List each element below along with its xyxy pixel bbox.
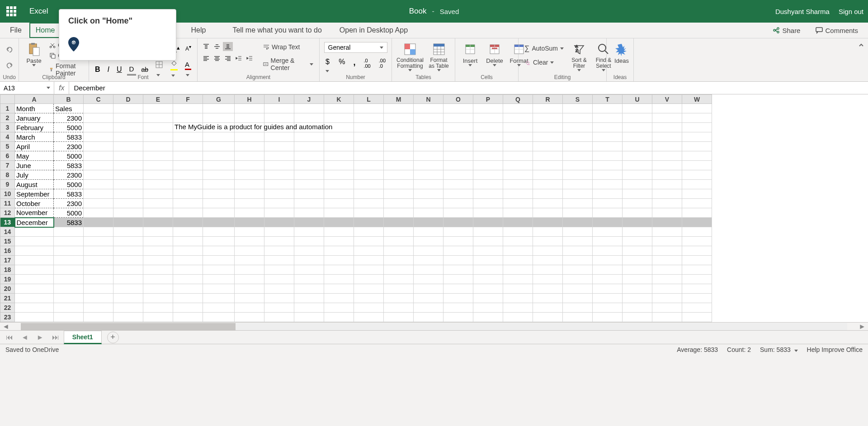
share-button[interactable]: Share bbox=[767, 24, 806, 37]
cell-F3[interactable]: The MyGuide is a product for guides and … bbox=[173, 123, 203, 132]
row-header-1[interactable]: 1 bbox=[0, 104, 15, 113]
col-header-L[interactable]: L bbox=[354, 95, 384, 104]
row-header-23[interactable]: 23 bbox=[0, 313, 15, 322]
sign-out-link[interactable]: Sign out bbox=[839, 8, 863, 15]
name-box[interactable]: A13 bbox=[0, 82, 54, 94]
row-header-18[interactable]: 18 bbox=[0, 265, 15, 275]
col-header-B[interactable]: B bbox=[54, 95, 84, 104]
row-header-10[interactable]: 10 bbox=[0, 189, 15, 199]
delete-button[interactable]: Delete bbox=[483, 40, 506, 68]
row-header-17[interactable]: 17 bbox=[0, 256, 15, 265]
conditional-formatting-button[interactable]: Conditional Formatting bbox=[396, 40, 425, 73]
decrease-indent-button[interactable] bbox=[234, 54, 244, 63]
format-as-table-button[interactable]: Format as Table bbox=[426, 40, 451, 73]
menu-help[interactable]: Help bbox=[185, 23, 211, 37]
currency-button[interactable]: $ bbox=[323, 56, 333, 75]
sort-filter-button[interactable]: AZ Sort & Filter bbox=[568, 40, 590, 73]
row-header-22[interactable]: 22 bbox=[0, 303, 15, 313]
col-header-W[interactable]: W bbox=[682, 95, 712, 104]
col-header-S[interactable]: S bbox=[563, 95, 593, 104]
strikethrough-button[interactable]: ab bbox=[139, 65, 151, 75]
app-launcher-icon[interactable] bbox=[5, 5, 18, 18]
percent-button[interactable]: % bbox=[336, 56, 347, 75]
menu-tell-me[interactable]: Tell me what you want to do bbox=[227, 23, 327, 37]
cell-A6[interactable]: May bbox=[15, 151, 54, 161]
insert-button[interactable]: Insert bbox=[459, 40, 481, 68]
row-header-16[interactable]: 16 bbox=[0, 246, 15, 256]
cell-A10[interactable]: September bbox=[15, 189, 54, 199]
col-header-U[interactable]: U bbox=[623, 95, 652, 104]
cell-B8[interactable]: 2300 bbox=[54, 170, 84, 180]
col-header-D[interactable]: D bbox=[113, 95, 143, 104]
sheet-nav-next[interactable]: ► bbox=[33, 332, 47, 343]
sheet-nav-prev[interactable]: ◄ bbox=[18, 332, 32, 343]
decrease-decimal-button[interactable]: .00.0 bbox=[377, 56, 388, 75]
comments-button[interactable]: Comments bbox=[810, 24, 863, 37]
cell-A9[interactable]: August bbox=[15, 180, 54, 189]
row-header-20[interactable]: 20 bbox=[0, 284, 15, 294]
col-header-E[interactable]: E bbox=[143, 95, 173, 104]
cell-B7[interactable]: 5833 bbox=[54, 161, 84, 170]
cell-B10[interactable]: 5833 bbox=[54, 189, 84, 199]
undo-button[interactable] bbox=[3, 43, 16, 58]
comma-button[interactable]: , bbox=[351, 56, 358, 75]
row-header-8[interactable]: 8 bbox=[0, 170, 15, 180]
row-header-11[interactable]: 11 bbox=[0, 199, 15, 208]
align-left-button[interactable] bbox=[201, 54, 211, 63]
col-header-G[interactable]: G bbox=[203, 95, 235, 104]
decrease-font-button[interactable]: A▾ bbox=[183, 43, 193, 55]
horizontal-scrollbar[interactable]: ◄ ► bbox=[0, 322, 868, 330]
row-header-6[interactable]: 6 bbox=[0, 151, 15, 161]
fx-icon[interactable]: fx bbox=[54, 82, 69, 94]
row-header-3[interactable]: 3 bbox=[0, 123, 15, 132]
select-all-corner[interactable] bbox=[0, 95, 15, 104]
col-header-F[interactable]: F bbox=[173, 95, 203, 104]
increase-indent-button[interactable] bbox=[245, 54, 255, 63]
bold-button[interactable]: B bbox=[93, 64, 103, 75]
row-header-4[interactable]: 4 bbox=[0, 132, 15, 142]
align-top-button[interactable] bbox=[201, 42, 211, 51]
col-header-C[interactable]: C bbox=[84, 95, 113, 104]
cell-A1[interactable]: Month bbox=[15, 104, 54, 113]
autosum-button[interactable]: ∑ AutoSum bbox=[522, 43, 566, 54]
cell-B9[interactable]: 5000 bbox=[54, 180, 84, 189]
cell-B5[interactable]: 2300 bbox=[54, 142, 84, 151]
row-header-14[interactable]: 14 bbox=[0, 227, 15, 237]
help-improve-link[interactable]: Help Improve Office bbox=[807, 346, 863, 353]
menu-file[interactable]: File bbox=[5, 23, 27, 37]
cell-B12[interactable]: 5000 bbox=[54, 208, 84, 218]
paste-button[interactable]: Paste bbox=[23, 40, 45, 68]
col-header-A[interactable]: A bbox=[15, 95, 54, 104]
merge-center-button[interactable]: Merge & Center bbox=[261, 56, 316, 73]
cell-B2[interactable]: 2300 bbox=[54, 113, 84, 123]
row-header-9[interactable]: 9 bbox=[0, 180, 15, 189]
collapse-ribbon-button[interactable] bbox=[854, 38, 868, 81]
cell-B4[interactable]: 5833 bbox=[54, 132, 84, 142]
double-underline-button[interactable]: D bbox=[127, 64, 137, 75]
col-header-K[interactable]: K bbox=[324, 95, 354, 104]
col-header-N[interactable]: N bbox=[414, 95, 443, 104]
increase-decimal-button[interactable]: .0.00 bbox=[361, 56, 373, 75]
align-middle-button[interactable] bbox=[212, 42, 222, 51]
document-name[interactable]: Book bbox=[409, 7, 427, 16]
col-header-O[interactable]: O bbox=[443, 95, 473, 104]
cell-B3[interactable]: 5000 bbox=[54, 123, 84, 132]
clear-button[interactable]: Clear bbox=[522, 57, 566, 67]
col-header-P[interactable]: P bbox=[473, 95, 503, 104]
menu-open-desktop[interactable]: Open in Desktop App bbox=[334, 23, 413, 37]
cell-A2[interactable]: January bbox=[15, 113, 54, 123]
col-header-Q[interactable]: Q bbox=[503, 95, 533, 104]
col-header-T[interactable]: T bbox=[593, 95, 623, 104]
align-center-button[interactable] bbox=[212, 54, 222, 63]
align-right-button[interactable] bbox=[223, 54, 233, 63]
col-header-M[interactable]: M bbox=[384, 95, 414, 104]
number-format-dropdown[interactable]: General bbox=[324, 42, 387, 53]
italic-button[interactable]: I bbox=[105, 64, 112, 75]
cell-A4[interactable]: March bbox=[15, 132, 54, 142]
cell-B11[interactable]: 2300 bbox=[54, 199, 84, 208]
redo-button[interactable] bbox=[3, 59, 16, 74]
spreadsheet-grid[interactable]: A B C D E F G H I J K L M N O P Q R S T … bbox=[0, 94, 868, 322]
col-header-H[interactable]: H bbox=[235, 95, 264, 104]
cell-A11[interactable]: October bbox=[15, 199, 54, 208]
sheet-nav-first[interactable]: ⏮ bbox=[2, 332, 17, 343]
